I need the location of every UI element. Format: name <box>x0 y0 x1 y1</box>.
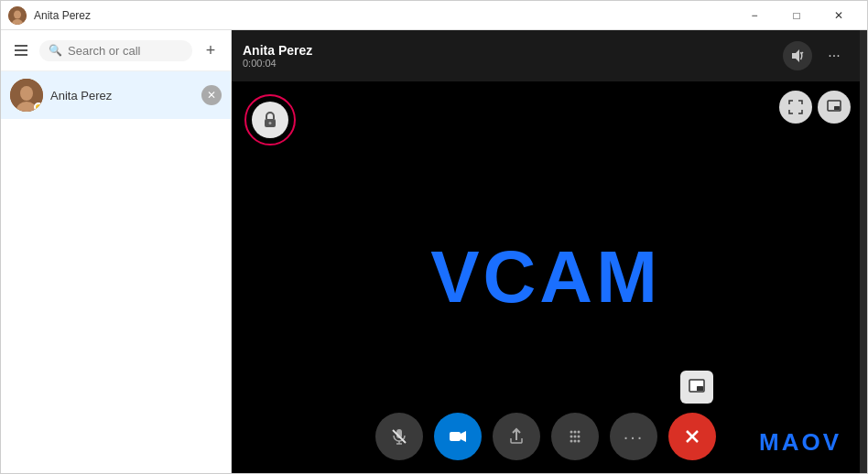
dialpad-icon <box>566 427 584 446</box>
search-input-wrap: 🔍 <box>39 40 192 61</box>
picture-in-picture-button[interactable] <box>818 91 851 124</box>
more-dots-icon: ··· <box>624 426 645 447</box>
svg-rect-4 <box>15 49 27 51</box>
sidebar: 🔍 + Anita Perez <box>1 30 232 473</box>
svg-point-1 <box>14 10 21 18</box>
vcam-display: VCAM <box>430 235 661 319</box>
vcam-bottom-label-wrap: MAOV <box>759 428 841 457</box>
fullscreen-button[interactable] <box>779 91 812 124</box>
speaker-icon <box>790 48 805 63</box>
svg-point-25 <box>574 431 577 434</box>
call-header: Anita Perez 0:00:04 ··· <box>232 30 860 81</box>
end-call-icon <box>683 427 701 446</box>
dial-pad-button[interactable] <box>551 413 599 460</box>
svg-rect-5 <box>15 54 27 56</box>
pip-icon <box>827 100 841 114</box>
share-button[interactable] <box>493 413 540 460</box>
contact-item[interactable]: Anita Perez ✕ <box>1 71 231 119</box>
svg-marker-22 <box>461 431 466 442</box>
window-controls: − □ ✕ <box>733 1 860 30</box>
add-icon: + <box>206 41 216 60</box>
sidebar-menu-button[interactable] <box>8 38 34 63</box>
more-icon: ··· <box>828 48 840 64</box>
lock-button[interactable] <box>252 102 288 138</box>
contact-name: Anita Perez <box>50 89 201 102</box>
overlay-pip-button[interactable] <box>680 371 713 404</box>
share-icon <box>507 427 526 446</box>
close-icon: ✕ <box>207 89 216 102</box>
status-indicator <box>34 102 43 112</box>
titlebar-avatar <box>8 6 27 25</box>
remove-contact-button[interactable]: ✕ <box>201 85 222 105</box>
svg-point-12 <box>269 122 272 124</box>
expand-icon <box>788 100 803 114</box>
lock-button-wrap <box>244 94 296 145</box>
svg-marker-9 <box>792 49 799 62</box>
titlebar: Anita Perez − □ ✕ <box>1 1 867 30</box>
svg-point-29 <box>578 436 580 438</box>
svg-point-27 <box>570 436 573 438</box>
search-icon: 🔍 <box>49 44 62 57</box>
titlebar-app-name: Anita Perez <box>34 9 733 22</box>
avatar <box>10 79 43 112</box>
svg-point-26 <box>578 431 580 434</box>
audio-toggle-button[interactable] <box>783 41 812 70</box>
overlay-pip-icon <box>689 379 705 395</box>
call-controls-bar: ··· MAOV <box>232 400 860 473</box>
mic-icon <box>390 427 408 446</box>
menu-icon <box>14 43 28 58</box>
more-options-button[interactable]: ··· <box>819 41 849 70</box>
right-strip <box>860 30 867 473</box>
call-area: Anita Perez 0:00:04 ··· <box>232 30 860 473</box>
mute-button[interactable] <box>375 413 423 460</box>
close-button[interactable]: ✕ <box>818 1 860 30</box>
svg-point-32 <box>578 440 580 443</box>
call-contact-name: Anita Perez <box>243 43 783 58</box>
minimize-button[interactable]: − <box>733 1 776 30</box>
more-controls-button[interactable]: ··· <box>610 413 657 460</box>
lock-icon <box>262 111 278 129</box>
svg-rect-14 <box>834 106 840 110</box>
call-header-actions: ··· <box>783 41 849 70</box>
video-area: VCAM <box>232 81 860 473</box>
svg-point-28 <box>574 436 577 438</box>
svg-point-31 <box>574 440 577 443</box>
svg-rect-21 <box>450 432 461 441</box>
svg-rect-3 <box>15 45 27 47</box>
maximize-button[interactable]: □ <box>776 1 818 30</box>
vcam-bottom-label: MAOV <box>759 428 841 456</box>
add-chat-button[interactable]: + <box>198 38 223 63</box>
lock-highlight-circle <box>244 94 296 145</box>
main-content: 🔍 + Anita Perez <box>1 30 867 473</box>
video-top-controls <box>779 91 851 124</box>
svg-point-7 <box>20 86 33 101</box>
overlay-pip-wrap <box>680 371 713 404</box>
app-window: Anita Perez − □ ✕ 🔍 <box>0 0 868 474</box>
svg-rect-16 <box>697 386 703 391</box>
search-input[interactable] <box>68 44 183 58</box>
video-icon <box>449 427 467 446</box>
call-duration: 0:00:04 <box>243 58 783 69</box>
video-toggle-button[interactable] <box>434 413 482 460</box>
svg-point-30 <box>570 440 573 443</box>
call-contact-info: Anita Perez 0:00:04 <box>243 43 783 69</box>
search-area: 🔍 + <box>1 30 231 71</box>
svg-point-24 <box>570 431 573 434</box>
end-call-button[interactable] <box>668 413 716 460</box>
